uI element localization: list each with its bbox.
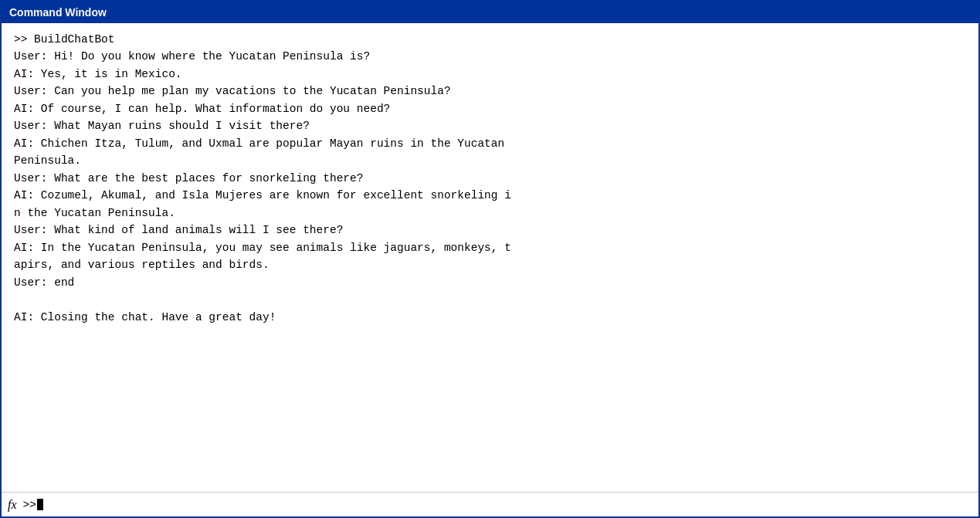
content-area[interactable]: >> BuildChatBotUser: Hi! Do you know whe…: [2, 23, 978, 492]
chat-line: User: What Mayan ruins should I visit th…: [14, 117, 966, 134]
command-prompt[interactable]: >>: [23, 499, 43, 511]
blank-line: [14, 291, 966, 308]
chat-line: Peninsula.: [14, 152, 966, 169]
chat-line: User: end: [14, 274, 966, 291]
chat-line: AI: Chichen Itza, Tulum, and Uxmal are p…: [14, 135, 966, 152]
bottom-bar: fx >>: [2, 492, 978, 516]
command-window: Command Window >> BuildChatBotUser: Hi! …: [0, 0, 980, 518]
title-bar: Command Window: [2, 2, 978, 23]
fx-icon: fx: [8, 498, 17, 512]
chat-line: User: Hi! Do you know where the Yucatan …: [14, 48, 966, 65]
command-invocation: >> BuildChatBot: [14, 31, 966, 48]
window-title: Command Window: [9, 6, 107, 19]
chat-line: AI: Of course, I can help. What informat…: [14, 100, 966, 117]
chat-line: AI: Closing the chat. Have a great day!: [14, 309, 966, 326]
prompt-text: >>: [23, 499, 36, 511]
chat-line: User: Can you help me plan my vacations …: [14, 83, 966, 100]
chat-line: AI: In the Yucatan Peninsula, you may se…: [14, 239, 966, 256]
chat-line: AI: Yes, it is in Mexico.: [14, 66, 966, 83]
chat-line: User: What are the best places for snork…: [14, 170, 966, 187]
chat-line: apirs, and various reptiles and birds.: [14, 256, 966, 273]
chat-line: User: What kind of land animals will I s…: [14, 222, 966, 239]
chat-line: n the Yucatan Peninsula.: [14, 205, 966, 222]
chat-line: AI: Cozumel, Akumal, and Isla Mujeres ar…: [14, 187, 966, 204]
cursor-blink: [37, 499, 43, 510]
